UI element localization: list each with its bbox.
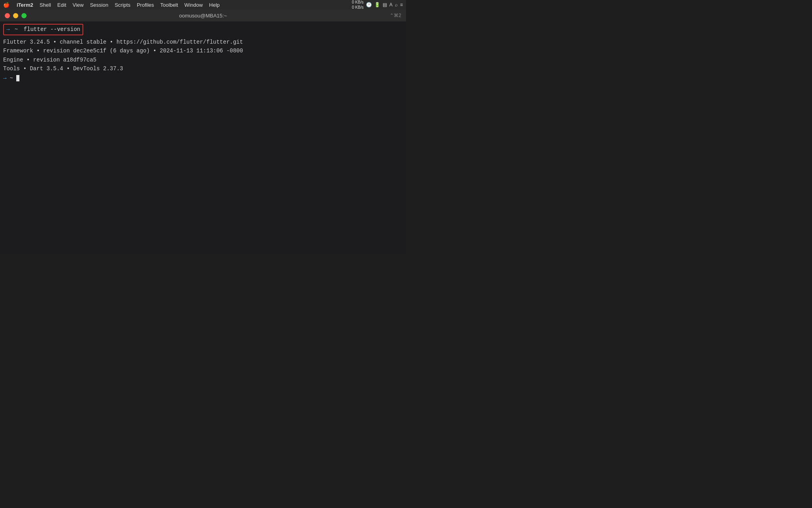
menu-profiles[interactable]: Profiles: [134, 0, 157, 10]
menubar: 🍎 iTerm2 Shell Edit View Session Scripts…: [0, 0, 406, 10]
notification-icon: ≡: [400, 2, 403, 8]
new-prompt-line: → ~: [3, 75, 403, 81]
menu-window[interactable]: Window: [181, 0, 206, 10]
menu-scripts[interactable]: Scripts: [111, 0, 134, 10]
spotlight-icon: ⌕: [395, 2, 398, 8]
titlebar: oomusou@MBA15:~ ⌃⌘2: [0, 10, 406, 21]
tilde-1: ~: [15, 26, 18, 33]
output-line-4: Tools • Dart 3.5.4 • DevTools 2.37.3: [3, 64, 403, 73]
input-method-icon: A: [389, 2, 393, 8]
command-text: flutter --version: [24, 26, 80, 33]
menu-toolbelt[interactable]: Toolbelt: [157, 0, 181, 10]
prompt-arrow-2: →: [3, 75, 6, 81]
network-stats: 0 KB/s0 KB/s: [352, 0, 364, 10]
menubar-right: 0 KB/s0 KB/s 🕐 🔋 ▤ A ⌕ ≡: [352, 0, 403, 10]
apple-menu[interactable]: 🍎: [3, 2, 10, 8]
menu-shell[interactable]: Shell: [36, 0, 54, 10]
terminal-content[interactable]: → ~ flutter --version Flutter 3.24.5 • c…: [0, 21, 406, 254]
output-line-3: Engine • revision a18df97ca5: [3, 56, 403, 64]
traffic-lights: [5, 13, 27, 18]
output-line-2: Framework • revision dec2ee5c1f (6 days …: [3, 46, 403, 55]
command-block-container: → ~ flutter --version: [3, 24, 403, 36]
prompt-arrow-1: →: [6, 26, 10, 33]
menu-help[interactable]: Help: [206, 0, 223, 10]
command-block: → ~ flutter --version: [3, 24, 83, 35]
battery-icon: 🔋: [374, 2, 380, 8]
close-button[interactable]: [5, 13, 10, 18]
tilde-2: ~: [10, 75, 13, 81]
minimize-button[interactable]: [13, 13, 18, 18]
wifi-icon: ▤: [383, 2, 387, 8]
menu-session[interactable]: Session: [87, 0, 111, 10]
output-line-1: Flutter 3.24.5 • channel stable • https:…: [3, 38, 403, 46]
maximize-button[interactable]: [21, 13, 27, 18]
menu-view[interactable]: View: [69, 0, 87, 10]
cursor: [16, 75, 19, 81]
window-title: oomusou@MBA15:~: [179, 13, 227, 19]
hotkey-badge: ⌃⌘2: [390, 13, 401, 18]
menu-iterm2[interactable]: iTerm2: [13, 0, 36, 10]
menu-edit[interactable]: Edit: [54, 0, 69, 10]
terminal-window: oomusou@MBA15:~ ⌃⌘2 → ~ flutter --versio…: [0, 10, 406, 254]
clock-icon: 🕐: [366, 2, 372, 8]
